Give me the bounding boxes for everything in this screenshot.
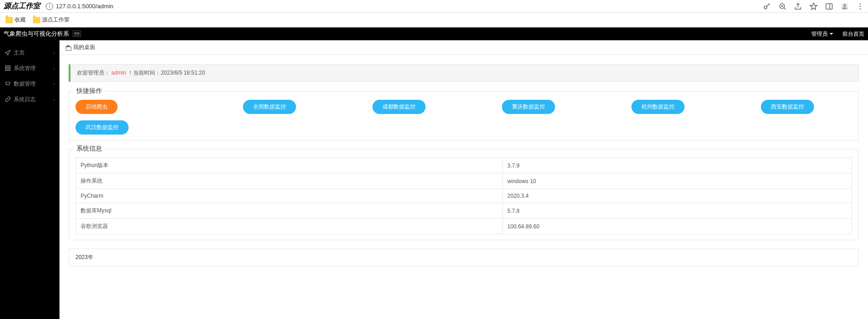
table-row: 数据库Mysql5.7.8: [76, 203, 852, 219]
chevron-right-icon: ›: [54, 50, 55, 55]
main-content: 我的桌面 欢迎管理员： admin ！当前时间：2023/6/5 18:51:2…: [59, 40, 868, 319]
sidebar-item-label: 系统管理: [14, 65, 36, 72]
welcome-suffix: ！当前时间：2023/6/5 18:51:20: [128, 70, 205, 76]
admin-dropdown[interactable]: 管理员: [811, 30, 833, 38]
folder-icon: [33, 17, 40, 23]
home-icon[interactable]: [65, 45, 71, 50]
bookmark-studio[interactable]: 源点工作室: [33, 16, 70, 24]
sys-info-title: 系统信息: [74, 145, 105, 153]
sidebar-item-label: 数据管理: [14, 80, 36, 88]
quick-op-button[interactable]: 成都数据监控: [372, 100, 426, 114]
url-text[interactable]: 127.0.0.1:5000/admin: [56, 3, 113, 10]
table-row: PyCharm2020.3.4: [76, 189, 852, 203]
sys-info-key: 数据库Mysql: [76, 203, 503, 219]
info-icon[interactable]: i: [46, 3, 53, 10]
breadcrumb: 我的桌面: [59, 40, 868, 55]
panel-icon[interactable]: [825, 2, 833, 11]
quick-ops-panel: 快捷操作 启动爬虫全国数据监控成都数据监控重庆数据监控杭州数据监控西安数据监控武…: [69, 91, 859, 141]
table-row: 谷歌浏览器100.64.89.60: [76, 219, 852, 234]
share-icon[interactable]: [794, 2, 802, 11]
quick-op-button[interactable]: 杭州数据监控: [631, 100, 685, 114]
sys-info-key: 操作系统: [76, 173, 503, 189]
key-icon[interactable]: [763, 2, 771, 11]
footer-box: 2023年: [69, 249, 859, 266]
sidebar-item-label: 主页: [14, 49, 25, 57]
menu-dots-icon[interactable]: [856, 2, 864, 11]
svg-rect-9: [8, 66, 10, 68]
cart-icon: [5, 81, 11, 87]
grid-icon: [5, 65, 11, 71]
sys-info-key: Python版本: [76, 158, 503, 173]
chevron-down-icon: [830, 33, 833, 35]
bookmark-label: 源点工作室: [42, 16, 70, 24]
sidebar: 主页 › 系统管理 › 数据管理 › 系统日志 ›: [0, 40, 59, 319]
star-icon[interactable]: [809, 2, 818, 11]
folder-icon: [5, 17, 13, 23]
svg-rect-2: [826, 4, 832, 9]
sys-info-value: 3.7.9: [502, 158, 852, 173]
front-page-link[interactable]: 前台首页: [842, 30, 864, 38]
sys-info-table: Python版本3.7.9操作系统windows 10PyCharm2020.3…: [75, 157, 852, 234]
sys-info-key: PyCharm: [76, 189, 503, 203]
app-title-text: 气象爬虫与可视化分析系: [4, 30, 69, 38]
sidebar-item-label: 系统日志: [14, 96, 36, 103]
welcome-prefix: 欢迎管理员：: [77, 70, 110, 76]
admin-label: 管理员: [811, 30, 828, 38]
welcome-admin: admin: [111, 70, 126, 76]
svg-rect-10: [5, 69, 7, 70]
sys-info-value: 2020.3.4: [502, 189, 852, 203]
quick-op-button[interactable]: 西安数据监控: [761, 100, 814, 114]
browser-address-bar: 源点工作室 i 127.0.0.1:5000/admin: [0, 0, 868, 13]
app-header: 气象爬虫与可视化分析系 管理员 前台首页: [0, 27, 868, 40]
quick-op-button[interactable]: 重庆数据监控: [502, 100, 555, 114]
sys-info-value: 100.64.89.60: [502, 219, 852, 234]
svg-point-0: [764, 6, 767, 9]
svg-point-7: [860, 8, 861, 9]
welcome-banner: 欢迎管理员： admin ！当前时间：2023/6/5 18:51:20: [69, 64, 859, 82]
link-icon: [5, 96, 11, 103]
sidebar-item-data[interactable]: 数据管理 ›: [0, 76, 59, 92]
sidebar-item-home[interactable]: 主页 ›: [0, 45, 59, 60]
chevron-right-icon: ›: [54, 81, 55, 87]
svg-rect-8: [5, 66, 7, 68]
quick-op-button[interactable]: 启动爬虫: [75, 100, 118, 114]
table-row: 操作系统windows 10: [76, 173, 852, 189]
quick-op-button[interactable]: 武汉数据监控: [75, 120, 129, 135]
quick-op-button[interactable]: 全国数据监控: [243, 100, 296, 114]
front-label: 前台首页: [842, 30, 864, 38]
breadcrumb-text: 我的桌面: [73, 43, 95, 51]
sys-info-key: 谷歌浏览器: [76, 219, 503, 234]
footer-text: 2023年: [75, 254, 93, 260]
svg-point-6: [860, 5, 861, 7]
profile-icon[interactable]: [841, 2, 849, 11]
menu-toggle-icon[interactable]: [73, 31, 81, 37]
sys-info-value: 5.7.8: [502, 203, 852, 219]
sys-info-panel: 系统信息 Python版本3.7.9操作系统windows 10PyCharm2…: [69, 149, 859, 240]
svg-point-5: [860, 3, 861, 5]
sidebar-item-system[interactable]: 系统管理 ›: [0, 60, 59, 76]
sys-info-value: windows 10: [502, 173, 852, 189]
table-row: Python版本3.7.9: [76, 158, 852, 173]
bookmark-favorites[interactable]: 收藏: [5, 16, 26, 24]
tab-title: 源点工作室: [4, 1, 40, 11]
quick-ops-title: 快捷操作: [74, 87, 105, 95]
svg-rect-11: [8, 69, 10, 70]
sidebar-item-logs[interactable]: 系统日志 ›: [0, 92, 59, 107]
chevron-right-icon: ›: [54, 66, 55, 71]
svg-point-4: [843, 4, 846, 6]
bookmark-label: 收藏: [15, 16, 26, 24]
chevron-right-icon: ›: [54, 97, 55, 102]
bookmark-bar: 收藏 源点工作室: [0, 13, 868, 27]
send-icon: [5, 49, 11, 56]
zoom-icon[interactable]: [778, 2, 787, 11]
